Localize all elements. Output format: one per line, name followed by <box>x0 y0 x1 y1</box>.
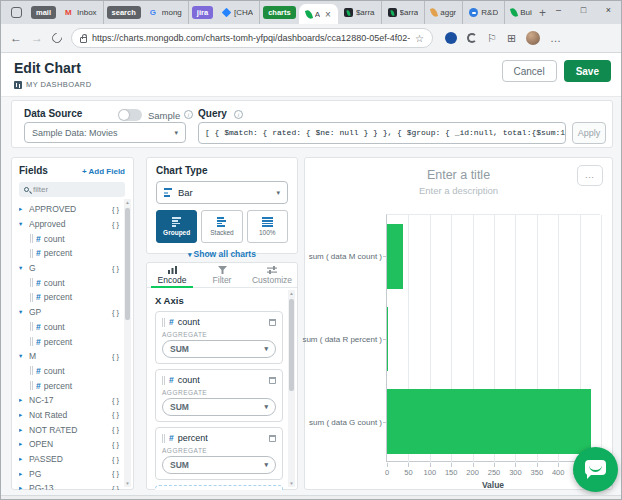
new-tab-button[interactable]: + <box>539 6 546 20</box>
aggregate-select[interactable]: SUM▾ <box>162 456 276 474</box>
chevron-right-icon[interactable]: ▸ <box>19 455 26 463</box>
chart-title-placeholder[interactable]: Enter a title <box>305 168 612 182</box>
field-row[interactable]: ▸NOT RATED{ } <box>19 422 119 437</box>
chevron-right-icon[interactable]: ▸ <box>19 470 26 478</box>
chevron-right-icon[interactable]: ▸ <box>19 205 26 213</box>
field-row[interactable]: ▸PG{ } <box>19 466 119 481</box>
chevron-down-icon[interactable]: ▾ <box>19 220 26 228</box>
address-bar[interactable]: https://charts.mongodb.com/charts-tomh-y… <box>71 28 433 48</box>
chart-variant-stacked[interactable]: Stacked <box>201 210 242 243</box>
field-row[interactable]: #count <box>19 275 119 290</box>
back-icon[interactable]: ← <box>10 31 22 45</box>
drag-handle-icon[interactable] <box>30 366 33 375</box>
scrollbar-thumb[interactable] <box>125 208 130 320</box>
field-row[interactable]: #percent <box>19 290 119 305</box>
browser-tab[interactable]: $arra <box>382 1 426 24</box>
scroll-down-icon[interactable]: ▼ <box>288 481 295 486</box>
drag-handle-icon[interactable] <box>30 278 33 287</box>
tab-group-jira[interactable]: jira <box>192 6 213 19</box>
chevron-down-icon[interactable]: ▾ <box>19 264 26 272</box>
chevron-right-icon[interactable]: ▸ <box>19 484 26 490</box>
extension-icon-c[interactable] <box>467 33 477 43</box>
add-aggregation-button[interactable]: + aggregation <box>155 485 283 490</box>
drag-handle-icon[interactable] <box>30 322 33 331</box>
delete-field-icon[interactable] <box>269 319 276 326</box>
add-field-button[interactable]: + Add Field <box>82 167 125 176</box>
url-text[interactable]: https://charts.mongodb.com/charts-tomh-y… <box>92 33 410 43</box>
field-row[interactable]: ▾Approved{ } <box>19 217 119 232</box>
save-button[interactable]: Save <box>564 60 611 82</box>
browser-tab[interactable]: Inbox <box>59 1 104 24</box>
browser-tab[interactable]: A× <box>299 4 338 24</box>
tab-group-charts[interactable]: charts <box>263 6 296 19</box>
maximize-button[interactable]: □ <box>571 1 596 19</box>
field-row[interactable]: #count <box>19 320 119 335</box>
browser-tab[interactable]: [CHA <box>216 1 260 24</box>
browser-tab[interactable]: $arra <box>338 1 382 24</box>
field-row[interactable]: ▾GP{ } <box>19 305 119 320</box>
browser-tab[interactable]: Build <box>505 1 532 24</box>
aggregate-select[interactable]: SUM▾ <box>162 398 276 416</box>
fields-filter-input[interactable] <box>33 185 113 194</box>
field-row[interactable]: #percent <box>19 246 119 261</box>
breadcrumb[interactable]: MY DASHBOARD <box>14 80 92 89</box>
fields-filter-box[interactable] <box>19 182 125 197</box>
browser-tab[interactable]: R&D <box>463 1 505 24</box>
field-row[interactable]: #percent <box>19 378 119 393</box>
scrollbar-thumb[interactable] <box>289 299 294 391</box>
delete-field-icon[interactable] <box>269 435 276 442</box>
drag-handle-icon[interactable] <box>30 249 33 258</box>
field-row[interactable]: #percent <box>19 334 119 349</box>
fields-scrollbar[interactable]: ▲ ▼ <box>124 199 131 487</box>
chevron-down-icon[interactable]: ▾ <box>19 352 26 360</box>
profile-avatar[interactable] <box>526 31 540 45</box>
field-row[interactable]: ▾M{ } <box>19 349 119 364</box>
cancel-button[interactable]: Cancel <box>502 60 557 82</box>
refresh-icon[interactable] <box>50 31 64 45</box>
drag-handle-icon[interactable] <box>162 318 165 327</box>
chevron-down-icon[interactable]: ▾ <box>19 308 26 316</box>
chart-description-placeholder[interactable]: Enter a description <box>305 185 612 196</box>
tab-search-icon[interactable] <box>11 7 22 18</box>
scroll-up-icon[interactable]: ▲ <box>124 200 131 205</box>
tab-encode[interactable]: Encode <box>147 263 197 287</box>
browser-tab[interactable]: aggr <box>425 1 463 24</box>
data-source-select[interactable]: Sample Data: Movies ▾ <box>24 122 186 143</box>
field-row[interactable]: ▸APPROVED{ } <box>19 202 119 217</box>
intercom-chat-button[interactable] <box>573 447 618 492</box>
chart-menu-button[interactable]: ... <box>577 165 603 186</box>
field-row[interactable]: ▸Not Rated{ } <box>19 408 119 423</box>
browser-menu-icon[interactable]: … <box>550 32 562 44</box>
field-row[interactable]: ▸PG-13{ } <box>19 481 119 490</box>
extension-icon-blue[interactable] <box>445 32 457 44</box>
tab-group-mail[interactable]: mail <box>31 6 56 19</box>
tab-group-search[interactable]: search <box>107 6 141 19</box>
favorites-icon[interactable]: ⚐ <box>487 32 497 45</box>
field-row[interactable]: #count <box>19 364 119 379</box>
scroll-down-icon[interactable]: ▼ <box>124 481 131 486</box>
collections-icon[interactable]: ⊞ <box>507 32 516 45</box>
field-row[interactable]: ▸PASSED{ } <box>19 452 119 467</box>
tab-filter[interactable]: Filter <box>197 263 247 287</box>
chevron-right-icon[interactable]: ▸ <box>19 440 26 448</box>
drag-handle-icon[interactable] <box>162 376 165 385</box>
field-row[interactable]: #count <box>19 231 119 246</box>
encode-scrollbar[interactable]: ▲ ▼ <box>288 290 295 487</box>
bookmark-star-icon[interactable]: ☆ <box>415 33 424 44</box>
show-all-charts-link[interactable]: Show all charts <box>156 249 288 259</box>
chevron-right-icon[interactable]: ▸ <box>19 411 26 419</box>
drag-handle-icon[interactable] <box>30 381 33 390</box>
query-input[interactable]: [ { $match: { rated: { $ne: null } } }, … <box>198 122 566 144</box>
drag-handle-icon[interactable] <box>162 434 165 443</box>
chevron-right-icon[interactable]: ▸ <box>19 396 26 404</box>
tab-close-icon[interactable]: × <box>325 9 331 20</box>
field-row[interactable]: ▾G{ } <box>19 261 119 276</box>
chart-variant-grouped[interactable]: Grouped <box>156 210 197 243</box>
chevron-right-icon[interactable]: ▸ <box>19 426 26 434</box>
browser-tab[interactable]: mong <box>144 1 189 24</box>
drag-handle-icon[interactable] <box>30 293 33 302</box>
field-row[interactable]: ▸OPEN{ } <box>19 437 119 452</box>
aggregate-select[interactable]: SUM▾ <box>162 340 276 358</box>
minimize-button[interactable]: – <box>546 1 571 19</box>
field-row[interactable]: ▸NC-17{ } <box>19 393 119 408</box>
